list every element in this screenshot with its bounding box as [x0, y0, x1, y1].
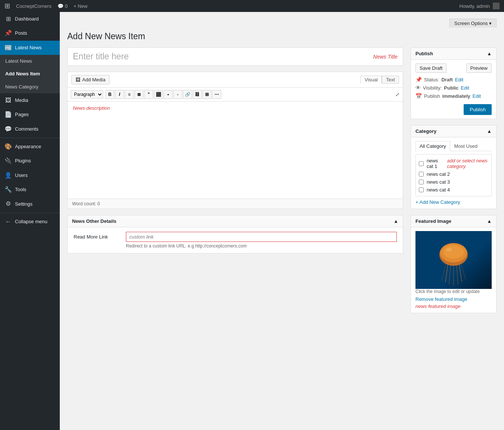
format-select[interactable]: Paragraph	[71, 90, 103, 99]
editor-content[interactable]: News description	[68, 102, 403, 199]
italic-button[interactable]: I	[115, 90, 124, 99]
read-more-input[interactable]	[126, 232, 397, 242]
blockquote-button[interactable]: "	[144, 90, 153, 99]
sidebar-item-dashboard[interactable]: ⊞ Dashboard	[0, 12, 60, 26]
news-title-input[interactable]	[68, 48, 373, 65]
sidebar-item-label: Settings	[15, 201, 33, 208]
sidebar-item-news-category[interactable]: News Category	[0, 81, 60, 93]
sidebar: ⊞ Dashboard 📌 Posts 📰 Latest News Latest…	[0, 12, 60, 430]
collapse-arrow-icon: ▲	[393, 218, 398, 224]
cat-label-1: news cat 1	[427, 158, 442, 169]
status-label: Status:	[424, 77, 439, 82]
status-edit-link[interactable]: Edit	[455, 77, 463, 82]
text-tab[interactable]: Text	[382, 76, 399, 84]
cat-checkbox-4[interactable]	[419, 187, 424, 192]
fullscreen-button[interactable]: ⤢	[395, 91, 400, 97]
unlink-button[interactable]: ⛓	[193, 90, 202, 99]
plugins-icon: 🔌	[4, 157, 12, 165]
add-new-category-link[interactable]: + Add New Category	[415, 199, 460, 205]
sidebar-item-plugins[interactable]: 🔌 Plugins	[0, 154, 60, 168]
category-header[interactable]: Category ▲	[411, 125, 496, 137]
featured-image-caption: Click the image to edit or update	[415, 289, 492, 294]
align-right-button[interactable]: ▫	[173, 90, 182, 99]
more-button[interactable]: ⋯	[212, 90, 221, 99]
news-other-details-header[interactable]: News Other Details ▲	[68, 215, 403, 227]
category-item-3: news cat 3	[416, 178, 491, 186]
sidebar-item-collapse[interactable]: ← Collapse menu	[0, 215, 60, 229]
sidebar-item-latest-news-sub[interactable]: Latest News	[0, 55, 60, 68]
svg-point-10	[446, 248, 452, 252]
status-icon: 📌	[415, 77, 422, 82]
cat-label-2: news cat 2	[427, 171, 450, 177]
visual-tab[interactable]: Visual	[361, 76, 382, 84]
sidebar-item-media[interactable]: 🖼 Media	[0, 93, 60, 108]
align-left-button[interactable]: ⬛	[154, 90, 163, 99]
cat-checkbox-2[interactable]	[419, 172, 424, 177]
status-value: Draft	[441, 77, 452, 82]
screen-options-bar: Screen Options ▾	[67, 19, 497, 28]
read-more-row: Read More Link Redirect to a custom link…	[74, 232, 397, 249]
sidebar-item-pages[interactable]: 📄 Pages	[0, 108, 60, 122]
latest-news-submenu: Latest News Add News Item News Category	[0, 55, 60, 93]
main-content: Screen Options ▾ Add New News Item News …	[60, 12, 504, 430]
sidebar-item-comments[interactable]: 💬 Comments	[0, 122, 60, 136]
remove-featured-image-link[interactable]: Remove featured image	[415, 296, 492, 302]
sidebar-item-latest-news[interactable]: 📰 Latest News	[0, 41, 60, 55]
publish-edit-link[interactable]: Edit	[473, 93, 481, 99]
sidebar-item-settings[interactable]: ⚙ Settings	[0, 197, 60, 211]
table-button[interactable]: ⊞	[202, 90, 211, 99]
ul-button[interactable]: ≡	[125, 90, 134, 99]
sidebar-item-tools[interactable]: 🔧 Tools	[0, 183, 60, 197]
sidebar-item-add-news-item[interactable]: Add News Item	[0, 68, 60, 80]
link-button[interactable]: 🔗	[183, 90, 192, 99]
tab-all-category[interactable]: All Category	[415, 141, 450, 151]
wp-logo-icon[interactable]: ⊞	[4, 2, 10, 10]
sidebar-item-label: Comments	[15, 126, 38, 133]
editor-main: News Title 🖼 Add Media Visual Text	[67, 47, 403, 259]
publish-label: Publish	[424, 93, 440, 99]
site-name[interactable]: CocneptCorners	[16, 3, 52, 9]
featured-image-title: Featured Image	[415, 218, 451, 224]
svg-line-6	[457, 265, 458, 284]
tab-most-used[interactable]: Most Used	[450, 141, 482, 151]
admin-avatar	[493, 3, 500, 9]
sidebar-item-label: Posts	[15, 30, 27, 37]
cat-checkbox-1[interactable]	[419, 161, 424, 166]
screen-options-button[interactable]: Screen Options ▾	[449, 19, 497, 28]
news-other-details-title: News Other Details	[72, 218, 117, 224]
save-draft-button[interactable]: Save Draft	[415, 63, 446, 73]
preview-button[interactable]: Preview	[466, 63, 492, 73]
publish-header[interactable]: Publish ▲	[411, 48, 496, 60]
category-item-1: news cat 1 add or select news category	[416, 157, 491, 170]
cat-checkbox-3[interactable]	[419, 180, 424, 184]
svg-point-2	[443, 245, 464, 259]
category-collapse-icon: ▲	[487, 128, 492, 134]
latest-news-icon: 📰	[4, 44, 12, 52]
howdy-text: Howdy, admin	[460, 3, 490, 9]
ol-button[interactable]: ≣	[134, 90, 143, 99]
sidebar-item-label: Latest News	[15, 44, 42, 51]
sidebar-item-posts[interactable]: 📌 Posts	[0, 26, 60, 40]
cat-label-4: news cat 4	[427, 187, 450, 193]
media-icon: 🖼	[4, 96, 12, 105]
sidebar-item-label: Users	[15, 172, 28, 179]
publish-button[interactable]: Publish	[464, 104, 492, 115]
publish-box: Publish ▲ Save Draft Preview 📌 Status: D…	[411, 47, 497, 119]
align-center-button[interactable]: ▪	[164, 90, 173, 99]
category-body: All Category Most Used news cat 1 add or…	[411, 137, 496, 209]
sidebar-item-appearance[interactable]: 🎨 Appearance	[0, 140, 60, 154]
editor-sidebar-panels: Publish ▲ Save Draft Preview 📌 Status: D…	[411, 47, 497, 319]
read-more-label: Read More Link	[74, 232, 118, 240]
bold-button[interactable]: B	[105, 90, 114, 99]
news-other-details-box: News Other Details ▲ Read More Link Redi…	[67, 215, 403, 253]
new-item-link[interactable]: + New	[74, 3, 87, 9]
category-list: news cat 1 add or select news category n…	[415, 154, 492, 196]
featured-image-header[interactable]: Featured Image ▲	[411, 215, 496, 227]
comments-link[interactable]: 💬 0	[58, 3, 68, 9]
sidebar-item-users[interactable]: 👤 Users	[0, 168, 60, 183]
add-media-button[interactable]: 🖼 Add Media	[71, 75, 109, 84]
featured-image-preview[interactable]	[415, 231, 492, 289]
comments-icon: 💬	[4, 125, 12, 133]
word-count: Word count: 0	[68, 199, 403, 209]
visibility-edit-link[interactable]: Edit	[461, 85, 469, 91]
